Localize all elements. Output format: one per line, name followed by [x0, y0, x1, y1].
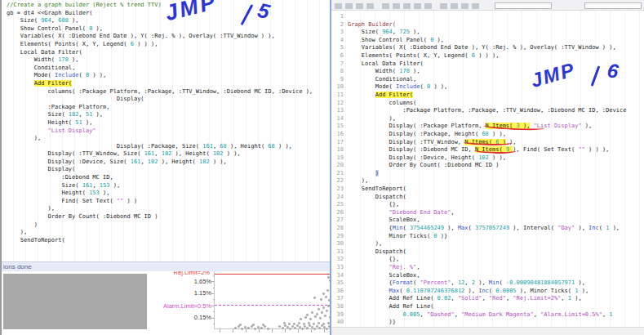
- scatter-point: [309, 318, 312, 320]
- toolbar-icon[interactable]: [345, 3, 353, 9]
- code-line: Display(: [7, 96, 330, 104]
- line-number: 2: [331, 21, 348, 29]
- code-line: 11 Add Filter(: [331, 92, 644, 100]
- code-line: ),: [7, 135, 330, 143]
- scatter-point: [283, 322, 286, 324]
- code-token: 161: [202, 143, 213, 150]
- scatter-point: [257, 326, 260, 328]
- toolbar-icon[interactable]: [424, 3, 432, 9]
- line-number: 33: [331, 264, 348, 272]
- code-token: ,: [561, 295, 567, 302]
- line-number: 24: [331, 194, 348, 202]
- code-token: Display(: [7, 166, 75, 172]
- line-number: 16: [331, 131, 348, 139]
- code-token: "Rej. %": [389, 264, 417, 270]
- scatter-point: [241, 328, 243, 330]
- toolbar-icon[interactable]: [382, 3, 389, 9]
- code-token: ),: [520, 123, 531, 129]
- code-line: Local Data Filter(: [7, 49, 330, 57]
- toolbar-icon[interactable]: [366, 3, 374, 9]
- line-number: 29: [331, 233, 348, 241]
- code-line: 34 ScaleBox,: [331, 272, 644, 280]
- code-token: ) ),: [489, 131, 506, 137]
- scatter-point: [326, 310, 328, 312]
- code-line: 12 columns(: [331, 100, 644, 108]
- code-line: 37 Add Ref Line( 0.02, "Solid", "Red", "…: [331, 295, 644, 303]
- code-token: ) ),: [210, 159, 227, 165]
- toolbar-icon[interactable]: [393, 3, 400, 9]
- code-token: ,: [451, 279, 457, 286]
- code-line: 1: [331, 13, 644, 21]
- y-axis-minor-tick: [213, 288, 215, 288]
- toolbar-dropdown[interactable]: [495, 2, 552, 9]
- scatter-point: [308, 322, 310, 324]
- toolbar-dropdown[interactable]: [584, 2, 642, 9]
- code-token: 178: [58, 56, 69, 63]
- scatter-point: [303, 323, 305, 325]
- code-token: ) ),: [489, 154, 506, 161]
- scatter-point: [322, 306, 325, 309]
- code-token: :Diebond MC ID,: [7, 174, 113, 181]
- y-axis-tick-label: 1.15%: [194, 289, 211, 297]
- code-token: Display( :Diebond MC ID,: [348, 146, 475, 153]
- horizontal-scrollbar-strip[interactable]: [331, 327, 644, 335]
- toolbar-icon[interactable]: [335, 3, 342, 9]
- scatter-point: [326, 328, 328, 330]
- toolbar-icon[interactable]: [451, 3, 458, 9]
- code-token: Add Filter(: [34, 80, 72, 87]
- code-token: Height(: [7, 119, 75, 126]
- line-number: 27: [331, 217, 348, 225]
- ref-line-label-alarm: Alarm.Limit=0.5%: [163, 302, 211, 310]
- code-token: ,: [140, 159, 147, 165]
- toolbar-icon[interactable]: [414, 3, 421, 9]
- scatter-point: [325, 296, 327, 298]
- code-token: "Diebond End Date": [389, 209, 451, 216]
- toolbar-icon[interactable]: [472, 3, 479, 9]
- scatter-point: [244, 326, 246, 328]
- code-token: 102: [162, 150, 172, 157]
- code-line: 14 ),: [331, 115, 644, 123]
- code-token: ): [375, 170, 379, 176]
- x-axis-tick: [220, 329, 220, 333]
- code-token: ),: [582, 123, 593, 129]
- code-token: Display(: [7, 96, 144, 102]
- code-token: SendToReport(: [348, 185, 406, 192]
- line-number: 9: [331, 76, 348, 84]
- code-token: Add Ref Line(: [348, 295, 437, 302]
- code-line: Height( 153 ),: [7, 190, 330, 198]
- right-script-editor-window: 12Graph Builder(3 Size( 964, 725 ),4 Sho…: [330, 0, 644, 335]
- code-token: ,: [393, 29, 399, 35]
- right-code-editor[interactable]: 12Graph Builder(3 Size( 964, 725 ),4 Sho…: [331, 11, 644, 327]
- scatter-point: [318, 327, 321, 329]
- code-token: ), Height(: [227, 143, 269, 150]
- code-token: ),: [109, 182, 120, 189]
- left-code-editor[interactable]: //Create a graph builder (Reject % trend…: [2, 0, 330, 261]
- line-number: 10: [331, 83, 348, 92]
- code-line: 30 ),: [331, 240, 644, 248]
- code-token: Display( :Device, Height(: [348, 154, 478, 161]
- code-line: 24 Dispatch(: [331, 194, 644, 202]
- editor-toolbar[interactable]: [331, 0, 644, 11]
- code-token: Conditional,: [7, 65, 75, 71]
- scatter-point: [298, 322, 300, 324]
- scatter-point: [294, 327, 296, 329]
- y-axis-major-tick: [211, 281, 215, 282]
- toolbar-icon[interactable]: [461, 3, 469, 9]
- code-token: ), Interval(: [509, 225, 557, 231]
- code-token: Inc: [588, 225, 599, 231]
- code-token: Include: [55, 72, 79, 78]
- code-token: Display( :Package Platform,: [348, 123, 486, 129]
- toolbar-icon[interactable]: [403, 3, 411, 9]
- toolbar-icon[interactable]: [440, 3, 447, 9]
- code-token: 178: [399, 68, 410, 74]
- scatter-point: [316, 313, 318, 315]
- code-line: 18 Display( :Diebond MC ID, N Items( 9 )…: [331, 146, 644, 154]
- code-token: Display( :TTV_Window,: [348, 139, 464, 145]
- ref-line-label-rej-limit: Rej.Limit=2%: [174, 271, 210, 275]
- toolbar-icon[interactable]: [356, 3, 363, 9]
- scatter-point: [313, 297, 316, 299]
- code-token: Min: [489, 279, 500, 286]
- code-token: "Red": [489, 295, 506, 302]
- code-line: 33 "Rej. %",: [331, 264, 644, 272]
- y-axis-major-tick: [211, 318, 215, 319]
